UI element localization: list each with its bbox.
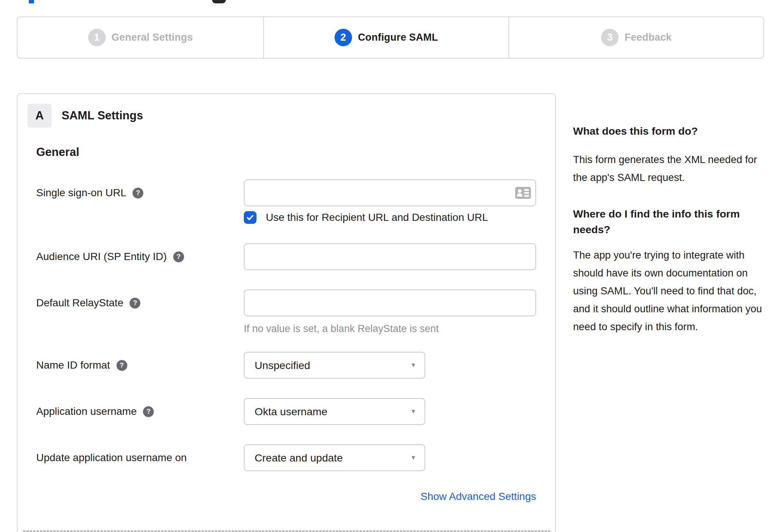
checkmark-icon [246,213,255,222]
recipient-url-checkbox-label[interactable]: Use this for Recipient URL and Destinati… [266,212,488,223]
section-divider [23,531,550,532]
name-id-format-row: Name ID format ? Unspecified ▼ [18,352,555,379]
saml-settings-panel: A SAML Settings General Single sign-on U… [17,93,556,532]
sidebar-body-where: The app you're trying to integrate with … [573,246,766,336]
panel-header: A SAML Settings [28,104,555,128]
step-general-settings[interactable]: 1 General Settings [18,17,263,58]
chevron-down-icon: ▼ [410,408,416,415]
general-group-title: General [36,145,555,159]
application-username-label: Application username [36,406,137,417]
help-icon[interactable]: ? [173,251,184,262]
help-icon[interactable]: ? [133,188,143,198]
show-advanced-settings-link[interactable]: Show Advanced Settings [420,491,536,502]
application-username-row: Application username ? Okta username ▼ [18,398,555,425]
step-label: Configure SAML [358,32,438,43]
application-username-select[interactable]: Okta username ▼ [244,398,425,425]
default-relaystate-row: Default RelayState ? If no value is set,… [18,290,555,335]
help-icon[interactable]: ? [143,406,154,417]
help-sidebar: What does this form do? This form genera… [573,123,766,336]
update-username-row: Update application username on Create an… [18,444,555,471]
relaystate-helper-text: If no value is set, a blank RelayState i… [244,323,555,335]
section-a-badge: A [28,104,52,128]
audience-uri-row: Audience URI (SP Entity ID) ? [18,243,555,270]
section-title: SAML Settings [62,109,143,122]
sidebar-heading-what: What does this form do? [573,123,766,139]
sso-url-input[interactable] [244,179,536,206]
sso-checkbox-row: Use this for Recipient URL and Destinati… [244,211,555,224]
step-number-badge: 1 [88,29,106,46]
sso-url-row: Single sign-on URL ? [18,179,555,224]
audience-uri-label: Audience URI (SP Entity ID) [36,251,167,263]
name-id-format-select[interactable]: Unspecified ▼ [244,352,425,379]
chevron-down-icon: ▼ [410,362,416,369]
default-relaystate-input[interactable] [244,290,536,316]
sidebar-body-what: This form generates the XML needed for t… [573,151,766,187]
step-label: General Settings [112,32,193,43]
help-icon[interactable]: ? [116,360,127,371]
sidebar-heading-where: Where do I find the info this form needs… [573,206,766,237]
sso-url-label: Single sign-on URL [36,187,126,199]
audience-uri-input[interactable] [244,243,536,270]
step-feedback[interactable]: 3 Feedback [508,17,763,58]
help-icon[interactable]: ? [130,298,140,309]
update-username-label: Update application username on [36,452,187,464]
saml-form: Single sign-on URL ? [18,179,555,503]
update-username-select[interactable]: Create and update ▼ [244,444,425,471]
name-id-format-label: Name ID format [36,359,110,371]
chevron-down-icon: ▼ [410,454,416,461]
wizard-stepper: 1 General Settings 2 Configure SAML 3 Fe… [17,16,764,59]
step-configure-saml[interactable]: 2 Configure SAML [263,17,508,58]
logo-fragment [29,0,34,3]
default-relaystate-label: Default RelayState [36,297,123,309]
step-number-badge: 2 [335,29,352,46]
recipient-url-checkbox[interactable] [244,211,256,224]
step-number-badge: 3 [601,29,619,46]
contact-card-icon[interactable] [515,187,531,200]
step-label: Feedback [625,32,672,43]
header-icon-fragment [212,0,226,3]
